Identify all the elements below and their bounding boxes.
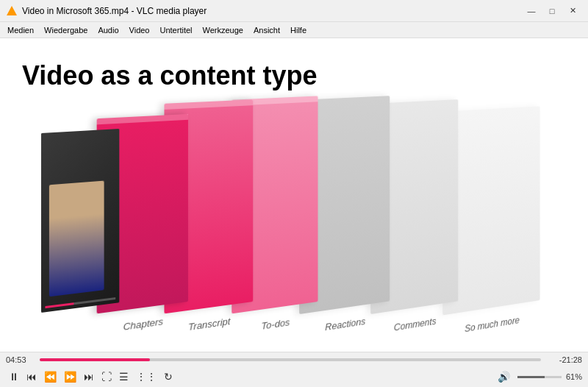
card-reactions-label: Reactions <box>325 316 365 333</box>
menu-werkzeuge[interactable]: Werkzeuge <box>198 24 248 36</box>
menu-untertitel[interactable]: Untertitel <box>155 24 196 36</box>
close-button[interactable]: ✕ <box>563 4 582 18</box>
card-todos-label: To-dos <box>262 316 290 332</box>
menu-medien[interactable]: Medien <box>3 24 38 36</box>
right-controls: 🔊 61% <box>495 369 582 384</box>
progress-bar-fill <box>40 358 150 361</box>
video-progress-fill <box>45 302 74 308</box>
menu-audio[interactable]: Audio <box>93 24 123 36</box>
slide-title: Video as a content type <box>22 60 317 91</box>
fwd-button[interactable]: ⏩ <box>61 369 79 384</box>
menu-ansicht[interactable]: Ansicht <box>249 24 284 36</box>
card-video <box>41 129 119 313</box>
card-comments-label: Comments <box>394 316 437 333</box>
progress-row: 04:53 -21:28 <box>6 355 582 364</box>
vlc-icon <box>6 5 18 17</box>
volume-percent: 61% <box>566 372 582 381</box>
content-area: Video as a content type Chapters Transcr… <box>0 38 588 352</box>
menu-hilfe[interactable]: Hilfe <box>286 24 311 36</box>
extended-button[interactable]: ⋮⋮ <box>133 369 159 384</box>
video-thumbnail <box>41 129 119 313</box>
title-bar-left: Video in Microsoft 365.mp4 - VLC media p… <box>6 5 207 17</box>
loop-button[interactable]: ↻ <box>161 369 176 384</box>
card-more-label: So much more <box>465 314 520 334</box>
fullscreen-button[interactable]: ⛶ <box>98 369 115 384</box>
volume-slider[interactable] <box>517 376 562 378</box>
next-button[interactable]: ⏭ <box>81 369 97 384</box>
menu-video[interactable]: Video <box>125 24 154 36</box>
video-person <box>49 181 104 297</box>
controls-bar: 04:53 -21:28 ⏸ ⏮ ⏪ ⏩ ⏭ ⛶ ☰ ⋮⋮ ↻ 🔊 61% <box>0 352 588 387</box>
menu-bar: Medien Wiedergabe Audio Video Untertitel… <box>0 22 588 38</box>
left-controls: ⏸ ⏮ ⏪ ⏩ ⏭ ⛶ ☰ ⋮⋮ ↻ <box>6 369 176 384</box>
card-transcript-label: Transcript <box>188 316 230 333</box>
volume-icon[interactable]: 🔊 <box>495 369 513 384</box>
playlist-button[interactable]: ☰ <box>116 369 132 384</box>
window-title: Video in Microsoft 365.mp4 - VLC media p… <box>22 6 207 16</box>
maximize-button[interactable]: □ <box>542 4 562 18</box>
play-pause-button[interactable]: ⏸ <box>6 369 22 384</box>
card-chapters-label: Chapters <box>123 316 163 333</box>
minimize-button[interactable]: — <box>522 4 541 18</box>
cards-container: Chapters Transcript To-dos Reactions Com… <box>29 72 573 308</box>
progress-bar[interactable] <box>40 358 541 361</box>
volume-fill <box>517 376 545 378</box>
time-elapsed: 04:53 <box>6 355 35 364</box>
prev-button[interactable]: ⏮ <box>24 369 40 384</box>
menu-wiedergabe[interactable]: Wiedergabe <box>40 24 92 36</box>
title-bar: Video in Microsoft 365.mp4 - VLC media p… <box>0 0 588 22</box>
buttons-row: ⏸ ⏮ ⏪ ⏩ ⏭ ⛶ ☰ ⋮⋮ ↻ 🔊 61% <box>6 369 582 384</box>
time-remaining: -21:28 <box>545 355 582 364</box>
title-bar-right: — □ ✕ <box>522 4 582 18</box>
back-button[interactable]: ⏪ <box>41 369 60 384</box>
